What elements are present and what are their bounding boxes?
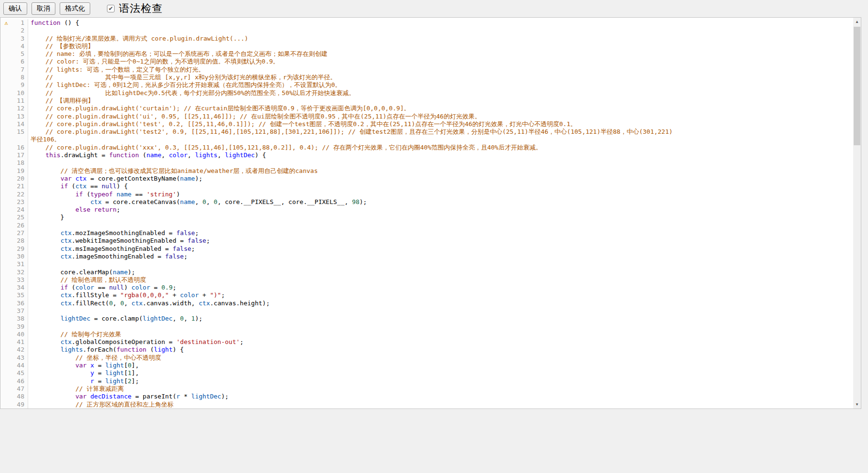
code-line-text[interactable]: ctx.fillStyle = "rgba(0,0,0," + color + … bbox=[28, 291, 225, 299]
code-editor[interactable]: ⚠1function () {23 // 绘制灯光/漆黑层效果。调用方式 cor… bbox=[0, 17, 861, 409]
code-line[interactable]: 5 // name: 必填，要绘制到的画布名；可以是一个系统画布，或者是个自定义… bbox=[0, 50, 853, 58]
code-line-text[interactable]: // 【参数说明】 bbox=[28, 43, 94, 50]
code-line-text[interactable]: ctx.webkitImageSmoothingEnabled = false; bbox=[28, 237, 210, 245]
code-line-text[interactable]: // lights: 可选，一个数组，定义了每个独立的灯光。 bbox=[28, 66, 204, 74]
code-line-text[interactable]: // core.plugin.drawLight('test2', 0.9, [… bbox=[28, 128, 673, 136]
code-line-text[interactable] bbox=[28, 159, 31, 167]
code-line[interactable]: 28 ctx.webkitImageSmoothingEnabled = fal… bbox=[0, 237, 853, 245]
confirm-button[interactable]: 确认 bbox=[3, 2, 27, 15]
code-line-text[interactable]: if (ctx == null) { bbox=[28, 183, 128, 190]
code-line-text[interactable] bbox=[28, 323, 31, 331]
code-line-text[interactable]: // core.plugin.drawLight('ui', 0.95, [[2… bbox=[28, 113, 481, 120]
code-line-text[interactable]: // name: 必填，要绘制到的画布名；可以是一个系统画布，或者是个自定义画布… bbox=[28, 50, 328, 58]
code-line[interactable]: 15 // core.plugin.drawLight('test2', 0.9… bbox=[0, 128, 853, 136]
code-line[interactable]: 10 // 比如lightDec为0.5代表，每个灯光部分内圈50%的范围全亮，… bbox=[0, 89, 853, 97]
code-line-text[interactable]: } bbox=[28, 214, 64, 221]
code-line[interactable]: 32 core.clearMap(name); bbox=[0, 269, 853, 276]
code-line-text[interactable]: ctx.msImageSmoothingEnabled = false; bbox=[28, 245, 195, 253]
code-line[interactable]: 18 bbox=[0, 159, 853, 167]
code-line[interactable]: 48 var decDistance = parseInt(r * lightD… bbox=[0, 393, 853, 400]
code-line[interactable]: 8 // 其中每一项是三元组 [x,y,r] x和y分别为该灯光的横纵坐标，r为… bbox=[0, 74, 853, 81]
code-line[interactable]: 29 ctx.msImageSmoothingEnabled = false; bbox=[0, 245, 853, 253]
format-button[interactable]: 格式化 bbox=[60, 2, 90, 15]
code-line[interactable]: 46 r = light[2]; bbox=[0, 377, 853, 385]
code-line[interactable]: 24 else return; bbox=[0, 206, 853, 214]
syntax-check-checkbox[interactable]: ✔ bbox=[107, 5, 115, 12]
code-line[interactable]: 19 // 清空色调层；也可以修改成其它层比如animate/weather层，… bbox=[0, 167, 853, 175]
code-line-text[interactable]: ctx.imageSmoothingEnabled = false; bbox=[28, 253, 188, 260]
code-line-text[interactable]: // lightDec: 可选，0到1之间，光从多少百分比才开始衰减（在此范围内… bbox=[28, 81, 341, 89]
code-line-text[interactable]: // 清空色调层；也可以修改成其它层比如animate/weather层，或者用… bbox=[28, 167, 318, 175]
code-line[interactable]: 37 bbox=[0, 307, 853, 315]
code-line-text[interactable]: // core.plugin.drawLight('curtain'); // … bbox=[28, 105, 410, 112]
code-line-text[interactable]: function () { bbox=[28, 19, 79, 27]
code-line-text[interactable]: lightDec = core.clamp(lightDec, 0, 1); bbox=[28, 315, 202, 322]
code-line[interactable]: 34 if (color == null) color = 0.9; bbox=[0, 284, 853, 291]
scroll-up-icon[interactable]: ▲ bbox=[853, 18, 861, 26]
code-line-text[interactable]: // 其中每一项是三元组 [x,y,r] x和y分别为该灯光的横纵坐标，r为该灯… bbox=[28, 74, 336, 81]
code-line[interactable]: 42 lights.forEach(function (light) { bbox=[0, 346, 853, 354]
code-line-text[interactable]: // core.plugin.drawLight('xxx', 0.3, [[2… bbox=[28, 144, 542, 151]
code-line-text[interactable]: ctx.mozImageSmoothingEnabled = false; bbox=[28, 229, 199, 237]
code-line[interactable]: 27 ctx.mozImageSmoothingEnabled = false; bbox=[0, 229, 853, 237]
code-line[interactable]: 11 // 【调用样例】 bbox=[0, 97, 853, 105]
code-line-text[interactable]: // color: 可选，只能是一个0~1之间的数，为不透明度的值。不填则默认为… bbox=[28, 58, 279, 65]
code-line-text[interactable]: // 【调用样例】 bbox=[28, 97, 94, 105]
code-line[interactable]: 20 var ctx = core.getContextByName(name)… bbox=[0, 175, 853, 183]
code-line[interactable]: 半径106。 bbox=[0, 136, 853, 143]
code-line[interactable]: 6 // color: 可选，只能是一个0~1之间的数，为不透明度的值。不填则默… bbox=[0, 58, 853, 65]
code-line-text[interactable]: // 正方形区域的直径和左上角坐标 bbox=[28, 401, 173, 408]
code-line[interactable]: 23 ctx = core.createCanvas(name, 0, 0, c… bbox=[0, 198, 853, 206]
code-line[interactable]: 7 // lights: 可选，一个数组，定义了每个独立的灯光。 bbox=[0, 66, 853, 74]
code-line[interactable]: 17 this.drawLight = function (name, colo… bbox=[0, 151, 853, 159]
code-line-text[interactable]: if (typeof name == 'string') bbox=[28, 191, 180, 198]
code-line-text[interactable]: ctx.fillRect(0, 0, ctx.canvas.width, ctx… bbox=[28, 300, 270, 307]
code-line[interactable]: 47 // 计算衰减距离 bbox=[0, 385, 853, 393]
code-line[interactable]: 33 // 绘制色调层，默认不透明度 bbox=[0, 276, 853, 284]
code-line[interactable]: 49 // 正方形区域的直径和左上角坐标 bbox=[0, 401, 853, 408]
code-line-text[interactable]: // core.plugin.drawLight('test', 0.2, [[… bbox=[28, 120, 577, 128]
code-line-text[interactable]: lights.forEach(function (light) { bbox=[28, 346, 184, 354]
code-line-text[interactable]: if (color == null) color = 0.9; bbox=[28, 284, 176, 291]
code-line[interactable]: 14 // core.plugin.drawLight('test', 0.2,… bbox=[0, 120, 853, 128]
code-line-text[interactable]: y = light[1], bbox=[28, 369, 139, 377]
code-line-text[interactable] bbox=[28, 27, 31, 34]
code-line[interactable]: 40 // 绘制每个灯光效果 bbox=[0, 331, 853, 338]
code-line[interactable]: 43 // 坐标，半径，中心不透明度 bbox=[0, 354, 853, 362]
code-line-text[interactable]: // 绘制灯光/漆黑层效果。调用方式 core.plugin.drawLight… bbox=[28, 35, 248, 43]
code-line[interactable]: 26 bbox=[0, 222, 853, 229]
code-line[interactable]: 38 lightDec = core.clamp(lightDec, 0, 1)… bbox=[0, 315, 853, 322]
code-line-text[interactable]: var x = light[0], bbox=[28, 362, 139, 369]
code-line[interactable]: 4 // 【参数说明】 bbox=[0, 43, 853, 50]
scroll-down-icon[interactable]: ▼ bbox=[853, 400, 861, 408]
code-line[interactable]: 41 ctx.globalCompositeOperation = 'desti… bbox=[0, 338, 853, 346]
code-line[interactable]: 35 ctx.fillStyle = "rgba(0,0,0," + color… bbox=[0, 291, 853, 299]
code-line-text[interactable] bbox=[28, 260, 31, 268]
code-line-text[interactable]: r = light[2]; bbox=[28, 377, 139, 385]
code-line[interactable]: ⚠1function () { bbox=[0, 19, 853, 27]
code-line-text[interactable]: // 比如lightDec为0.5代表，每个灯光部分内圈50%的范围全亮，50%… bbox=[28, 89, 355, 97]
vertical-scrollbar[interactable]: ▲ ▼ bbox=[853, 18, 861, 408]
code-line[interactable]: 3 // 绘制灯光/漆黑层效果。调用方式 core.plugin.drawLig… bbox=[0, 35, 853, 43]
code-line-text[interactable]: var ctx = core.getContextByName(name); bbox=[28, 175, 202, 183]
code-line-text[interactable]: this.drawLight = function (name, color, … bbox=[28, 151, 266, 159]
code-line[interactable]: 39 bbox=[0, 323, 853, 331]
code-line-text[interactable]: 半径106。 bbox=[28, 136, 60, 143]
code-line[interactable]: 44 var x = light[0], bbox=[0, 362, 853, 369]
code-line[interactable]: 36 ctx.fillRect(0, 0, ctx.canvas.width, … bbox=[0, 300, 853, 307]
code-line-text[interactable] bbox=[28, 222, 31, 229]
code-line-text[interactable]: // 绘制色调层，默认不透明度 bbox=[28, 276, 146, 284]
code-line[interactable]: 12 // core.plugin.drawLight('curtain'); … bbox=[0, 105, 853, 112]
code-line[interactable]: 45 y = light[1], bbox=[0, 369, 853, 377]
code-line-text[interactable]: else return; bbox=[28, 206, 120, 214]
code-line[interactable]: 30 ctx.imageSmoothingEnabled = false; bbox=[0, 253, 853, 260]
cancel-button[interactable]: 取消 bbox=[32, 2, 55, 15]
code-line-text[interactable]: core.clearMap(name); bbox=[28, 269, 135, 276]
code-line-text[interactable] bbox=[28, 307, 31, 315]
code-line-text[interactable]: // 坐标，半径，中心不透明度 bbox=[28, 354, 161, 362]
code-line[interactable]: 9 // lightDec: 可选，0到1之间，光从多少百分比才开始衰减（在此范… bbox=[0, 81, 853, 89]
code-line-text[interactable]: ctx.globalCompositeOperation = 'destinat… bbox=[28, 338, 243, 346]
code-line[interactable]: 2 bbox=[0, 27, 853, 34]
code-line-text[interactable]: // 绘制每个灯光效果 bbox=[28, 331, 121, 338]
code-line-text[interactable]: var decDistance = parseInt(r * lightDec)… bbox=[28, 393, 229, 400]
